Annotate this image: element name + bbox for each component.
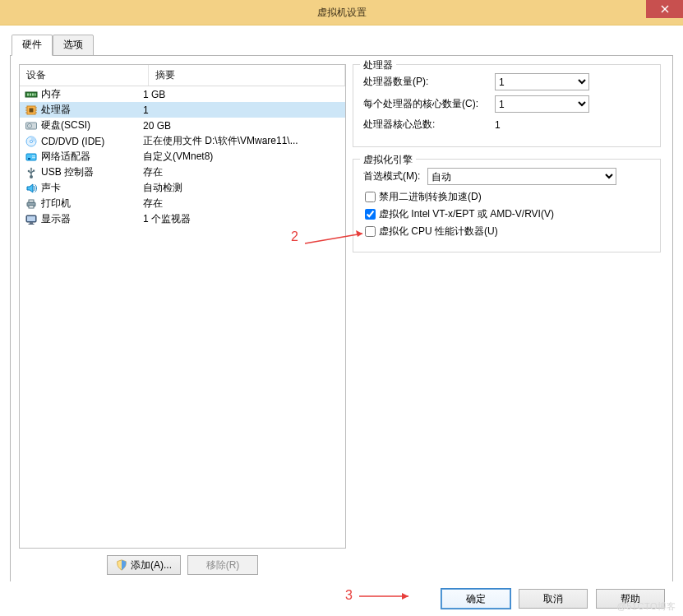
device-name: 处理器 [41, 103, 71, 117]
shield-icon [116, 559, 127, 571]
select-preferred-mode[interactable]: 自动 [427, 168, 616, 185]
sound-icon [25, 182, 38, 195]
device-name: 声卡 [41, 181, 61, 195]
device-buttons: 添加(A)... 移除(R) [19, 555, 346, 575]
tab-hardware[interactable]: 硬件 [12, 35, 53, 56]
device-cell: 打印机 [20, 197, 140, 211]
cd-icon [25, 135, 38, 148]
device-cell: 处理器 [20, 103, 140, 117]
help-button[interactable]: 帮助 [596, 589, 665, 609]
device-cell: 显示器 [20, 212, 140, 226]
device-name: 硬盘(SCSI) [41, 118, 90, 132]
device-listview[interactable]: 设备 摘要 内存1 GB处理器1硬盘(SCSI)20 GBCD/DVD (IDE… [19, 64, 346, 549]
settings-pane: 处理器 处理器数量(P): 1 每个处理器的核心数量(C): 1 [346, 56, 672, 583]
label-preferred-mode: 首选模式(M): [363, 169, 427, 183]
nic-icon [25, 151, 38, 164]
device-cell: 硬盘(SCSI) [20, 118, 140, 132]
device-row[interactable]: 内存1 GB [20, 86, 345, 102]
ok-button[interactable]: 确定 [441, 589, 510, 609]
cpu-icon [25, 104, 38, 117]
row-proc-count: 处理器数量(P): 1 [363, 73, 650, 90]
device-summary: 1 个监视器 [140, 212, 345, 226]
device-cell: 内存 [20, 87, 140, 101]
device-summary: 1 [140, 104, 345, 116]
client-area: 硬件 选项 设备 摘要 内存1 GB处理器1硬盘(SCSI)20 GBCD/DV… [0, 25, 683, 582]
device-name: 内存 [41, 87, 61, 101]
value-total-cores: 1 [495, 119, 501, 131]
remove-button: 移除(R) [187, 555, 258, 575]
device-summary: 自动检测 [140, 181, 345, 195]
device-summary: 20 GB [140, 120, 345, 132]
tab-panel-hardware: 设备 摘要 内存1 GB处理器1硬盘(SCSI)20 GBCD/DVD (IDE… [10, 55, 673, 584]
device-row[interactable]: 硬盘(SCSI)20 GB [20, 118, 345, 133]
select-core-count[interactable]: 1 [495, 95, 589, 113]
close-icon [661, 5, 669, 13]
group-processor-legend: 处理器 [360, 58, 396, 72]
device-cell: CD/DVD (IDE) [20, 135, 140, 148]
row-total-cores: 处理器核心总数: 1 [363, 118, 650, 132]
device-summary: 存在 [140, 197, 345, 211]
device-name: 打印机 [41, 197, 71, 211]
row-disable-bt: 禁用二进制转换加速(D) [363, 190, 650, 204]
device-cell: 网络适配器 [20, 150, 140, 164]
device-row[interactable]: 处理器1 [20, 102, 345, 118]
window-title: 虚拟机设置 [317, 6, 367, 20]
device-row[interactable]: 网络适配器自定义(VMnet8) [20, 149, 345, 164]
device-summary: 正在使用文件 D:\软件\VMware11\... [140, 134, 345, 148]
col-device[interactable]: 设备 [20, 65, 149, 86]
label-core-count: 每个处理器的核心数量(C): [363, 97, 495, 111]
device-name: 网络适配器 [41, 150, 90, 164]
cancel-button[interactable]: 取消 [519, 589, 588, 609]
device-row[interactable]: 打印机存在 [20, 196, 345, 211]
display-icon [25, 213, 38, 226]
usb-icon [25, 166, 38, 179]
remove-button-label: 移除(R) [206, 558, 240, 572]
device-cell: 声卡 [20, 181, 140, 195]
label-total-cores: 处理器核心总数: [363, 118, 495, 132]
checkbox-disable-bt[interactable] [365, 192, 376, 202]
group-virt-legend: 虚拟化引擎 [360, 153, 416, 167]
label-disable-bt: 禁用二进制转换加速(D) [379, 190, 482, 204]
checkbox-vt-ept[interactable] [365, 209, 376, 220]
row-core-count: 每个处理器的核心数量(C): 1 [363, 95, 650, 113]
device-row[interactable]: CD/DVD (IDE)正在使用文件 D:\软件\VMware11\... [20, 133, 345, 149]
device-name: 显示器 [41, 212, 71, 226]
device-name: USB 控制器 [41, 165, 94, 179]
row-preferred-mode: 首选模式(M): 自动 [363, 168, 650, 185]
col-summary[interactable]: 摘要 [149, 65, 345, 86]
label-proc-count: 处理器数量(P): [363, 75, 495, 89]
tabstrip: 硬件 选项 [12, 34, 673, 55]
device-summary: 1 GB [140, 89, 345, 100]
close-button[interactable] [646, 0, 683, 18]
vm-settings-window: 虚拟机设置 硬件 选项 设备 摘要 内存1 GB处理器1硬盘(SCS [0, 0, 683, 616]
device-cell: USB 控制器 [20, 165, 140, 179]
group-virtualization: 虚拟化引擎 首选模式(M): 自动 禁用二进制转换加速(D) 虚拟化 Intel [353, 159, 661, 252]
memory-icon [25, 88, 38, 101]
add-button-label: 添加(A)... [131, 558, 172, 572]
device-list-pane: 设备 摘要 内存1 GB处理器1硬盘(SCSI)20 GBCD/DVD (IDE… [19, 64, 346, 575]
device-row[interactable]: 声卡自动检测 [20, 180, 345, 196]
device-list-header: 设备 摘要 [20, 65, 345, 86]
device-summary: 存在 [140, 165, 345, 179]
label-cpu-perf: 虚拟化 CPU 性能计数器(U) [379, 225, 498, 239]
device-row[interactable]: USB 控制器存在 [20, 164, 345, 180]
dialog-footer: 确定 取消 帮助 [0, 581, 683, 616]
checkbox-cpu-perf[interactable] [365, 226, 376, 237]
label-vt-ept: 虚拟化 Intel VT-x/EPT 或 AMD-V/RVI(V) [379, 207, 554, 221]
row-vt-ept: 虚拟化 Intel VT-x/EPT 或 AMD-V/RVI(V) [363, 207, 650, 221]
device-name: CD/DVD (IDE) [41, 136, 104, 147]
group-processor: 处理器 处理器数量(P): 1 每个处理器的核心数量(C): 1 [353, 64, 661, 147]
titlebar: 虚拟机设置 [0, 0, 683, 25]
device-summary: 自定义(VMnet8) [140, 150, 345, 164]
tab-options[interactable]: 选项 [53, 35, 94, 56]
select-proc-count[interactable]: 1 [495, 73, 589, 90]
device-list-body: 内存1 GB处理器1硬盘(SCSI)20 GBCD/DVD (IDE)正在使用文… [20, 86, 345, 227]
add-button[interactable]: 添加(A)... [107, 555, 181, 575]
hdd-icon [25, 119, 38, 132]
printer-icon [25, 197, 38, 211]
device-row[interactable]: 显示器1 个监视器 [20, 211, 345, 227]
row-cpu-perf: 虚拟化 CPU 性能计数器(U) [363, 225, 650, 239]
